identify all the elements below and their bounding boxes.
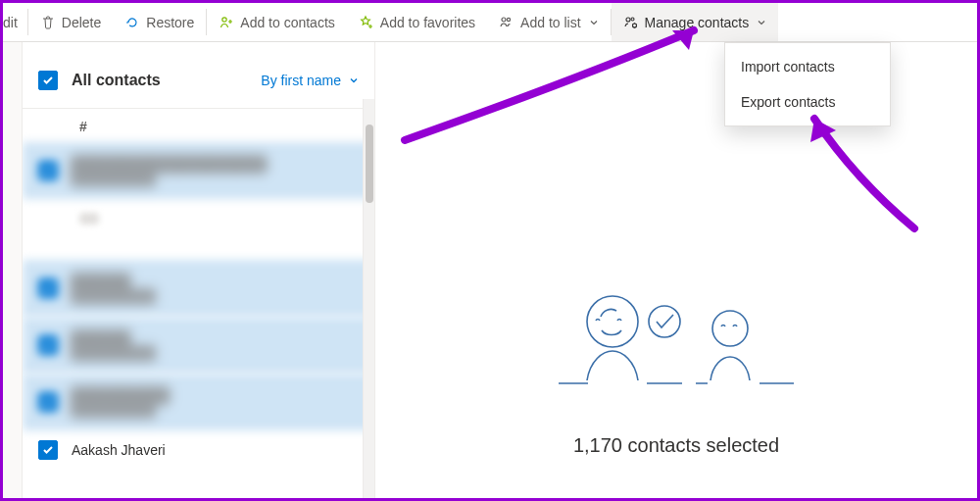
restore-icon (124, 15, 140, 30)
svg-point-2 (507, 18, 510, 21)
contact-text: ████████████████████ ██████████ (72, 156, 359, 185)
people-list-icon (499, 15, 514, 30)
svg-point-0 (222, 17, 226, 21)
contacts-list-pane: All contacts By first name # (23, 42, 375, 498)
contacts-list[interactable]: # ████████████████████ ██████████ (23, 109, 374, 498)
row-checkbox[interactable] (38, 161, 58, 180)
contacts-illustration (539, 287, 813, 415)
import-contacts-item[interactable]: Import contacts (725, 49, 890, 84)
select-all-checkbox[interactable] (38, 71, 58, 90)
add-to-list-label: Add to list (520, 15, 580, 30)
contact-text: Aakash Jhaveri (72, 442, 359, 458)
svg-point-6 (587, 296, 638, 347)
add-to-contacts-label: Add to contacts (240, 15, 335, 30)
selection-summary-text: 1,170 contacts selected (573, 434, 779, 456)
star-plus-icon (359, 15, 374, 30)
group-header: # (23, 109, 374, 142)
delete-button[interactable]: Delete (28, 3, 113, 41)
svg-point-3 (626, 18, 630, 22)
restore-button[interactable]: Restore (113, 3, 206, 41)
row-checkbox[interactable] (38, 392, 58, 412)
list-header: All contacts By first name (23, 52, 374, 109)
toolbar-right-margin (778, 3, 864, 41)
export-contacts-label: Export contacts (741, 94, 836, 110)
contact-row[interactable]: ████████████████████ ██████████ (23, 142, 374, 199)
contact-text: ██████ ██████████ (72, 274, 359, 303)
command-bar: dit Delete Restore (3, 3, 977, 42)
edit-label-fragment: dit (3, 15, 18, 30)
add-to-favorites-button[interactable]: Add to favorites (347, 3, 487, 41)
contact-row[interactable]: Aakash Jhaveri (23, 430, 374, 470)
add-to-list-button[interactable]: Add to list (487, 3, 610, 41)
person-plus-icon (219, 15, 234, 30)
contact-row[interactable]: ██████████ ██████████ (23, 374, 374, 430)
sort-by-dropdown[interactable]: By first name (261, 73, 359, 88)
edit-button-fragment[interactable]: dit (3, 3, 27, 41)
svg-point-8 (712, 311, 748, 346)
svg-point-7 (649, 306, 680, 337)
chevron-down-icon (349, 75, 359, 85)
list-gap (23, 213, 374, 260)
selection-summary: 1,170 contacts selected (573, 434, 779, 457)
delete-label: Delete (62, 15, 101, 30)
scrollbar[interactable] (363, 99, 374, 498)
row-checkbox[interactable] (38, 278, 58, 298)
svg-point-1 (502, 18, 506, 22)
contact-row[interactable]: ██████ ██████████ (23, 317, 374, 374)
import-contacts-label: Import contacts (741, 59, 835, 75)
contact-name: Aakash Jhaveri (72, 442, 359, 458)
add-to-favorites-label: Add to favorites (380, 15, 475, 30)
contact-row[interactable]: ██████ ██████████ (23, 260, 374, 317)
scrollbar-thumb[interactable] (366, 125, 373, 203)
svg-point-4 (631, 18, 634, 21)
export-contacts-item[interactable]: Export contacts (725, 84, 890, 120)
row-checkbox[interactable] (38, 335, 58, 355)
row-checkbox[interactable] (38, 440, 58, 460)
people-gear-icon (623, 15, 639, 30)
group-letter: # (79, 119, 87, 134)
manage-contacts-menu: Import contacts Export contacts (724, 42, 891, 126)
manage-contacts-button[interactable]: Manage contacts (612, 3, 779, 41)
chevron-down-icon (757, 18, 766, 27)
contact-text: ██████ ██████████ (72, 330, 359, 360)
trash-icon (40, 15, 56, 30)
sort-by-label: By first name (261, 73, 341, 88)
add-to-contacts-button[interactable]: Add to contacts (207, 3, 347, 41)
list-title: All contacts (72, 72, 161, 89)
restore-label: Restore (146, 15, 194, 30)
manage-contacts-label: Manage contacts (645, 15, 750, 30)
chevron-down-icon (589, 18, 599, 27)
contact-text: ██████████ ██████████ (72, 387, 359, 417)
left-gutter (3, 42, 23, 498)
